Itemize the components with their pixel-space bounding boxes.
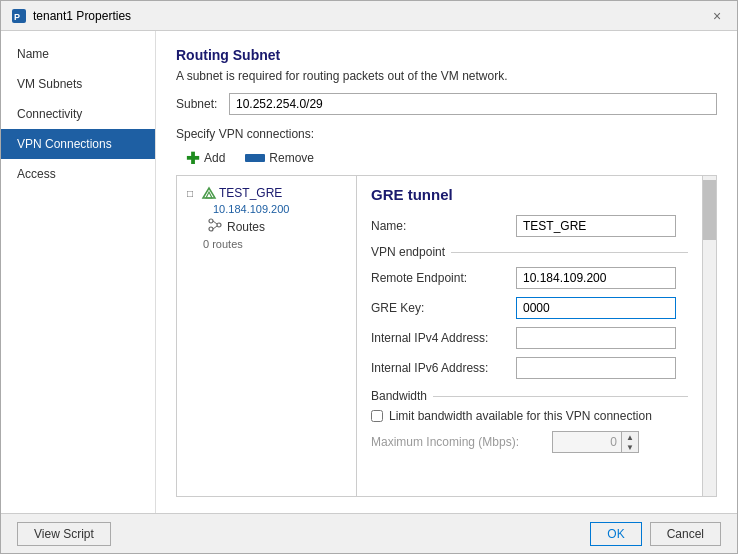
title-bar-left: P tenant1 Properties [11, 8, 131, 24]
routes-icon [207, 217, 223, 236]
sidebar-item-name[interactable]: Name [1, 39, 155, 69]
ipv4-input[interactable] [516, 327, 676, 349]
max-incoming-spinner: ▲ ▼ [552, 431, 639, 453]
vpn-endpoint-separator: VPN endpoint [371, 245, 688, 259]
svg-point-6 [209, 227, 213, 231]
name-label: Name: [371, 219, 516, 233]
section-desc: A subnet is required for routing packets… [176, 69, 717, 83]
view-script-button[interactable]: View Script [17, 522, 111, 546]
vpn-area: □ TEST_GRE 10.184.109.200 [176, 175, 717, 497]
gre-icon [201, 185, 217, 201]
footer-left: View Script [17, 522, 111, 546]
footer: View Script OK Cancel [1, 513, 737, 553]
window-title: tenant1 Properties [33, 9, 131, 23]
footer-right: OK Cancel [590, 522, 721, 546]
name-input[interactable] [516, 215, 676, 237]
svg-point-4 [209, 219, 213, 223]
name-row: Name: [371, 215, 688, 237]
sidebar-item-vm-subnets[interactable]: VM Subnets [1, 69, 155, 99]
vpn-endpoint-line [451, 252, 688, 253]
main-panel: Routing Subnet A subnet is required for … [156, 31, 737, 513]
spinner-down-button[interactable]: ▼ [622, 442, 638, 452]
max-incoming-label: Maximum Incoming (Mbps): [371, 435, 546, 449]
vpn-node-name: TEST_GRE [219, 186, 282, 200]
remote-endpoint-row: Remote Endpoint: [371, 267, 688, 289]
window: P tenant1 Properties × Name VM Subnets C… [0, 0, 738, 554]
remote-endpoint-label: Remote Endpoint: [371, 271, 516, 285]
bandwidth-title: Bandwidth [371, 389, 427, 403]
subnet-label: Subnet: [176, 97, 221, 111]
ipv4-label: Internal IPv4 Address: [371, 331, 516, 345]
vpn-endpoint-label: VPN endpoint [371, 245, 445, 259]
routes-node[interactable]: Routes [183, 215, 350, 238]
limit-bandwidth-label: Limit bandwidth available for this VPN c… [389, 409, 652, 423]
vpn-detail: GRE tunnel Name: VPN endpoint Remote End… [357, 176, 702, 496]
section-title: Routing Subnet [176, 47, 717, 63]
routes-count: 0 routes [183, 238, 350, 250]
remote-endpoint-input[interactable] [516, 267, 676, 289]
title-bar: P tenant1 Properties × [1, 1, 737, 31]
expand-icon: □ [187, 188, 199, 199]
close-button[interactable]: × [707, 6, 727, 26]
sidebar: Name VM Subnets Connectivity VPN Connect… [1, 31, 156, 513]
sidebar-item-connectivity[interactable]: Connectivity [1, 99, 155, 129]
remove-icon [245, 154, 265, 162]
svg-line-7 [213, 221, 217, 224]
gre-key-label: GRE Key: [371, 301, 516, 315]
routes-label: Routes [227, 220, 265, 234]
cancel-button[interactable]: Cancel [650, 522, 721, 546]
vpn-node-ip: 10.184.109.200 [183, 203, 350, 215]
svg-text:P: P [14, 12, 20, 22]
ok-button[interactable]: OK [590, 522, 641, 546]
detail-scrollbar[interactable] [702, 176, 716, 496]
gre-key-row: GRE Key: [371, 297, 688, 319]
max-incoming-row: Maximum Incoming (Mbps): ▲ ▼ [371, 431, 688, 453]
spinner-buttons: ▲ ▼ [622, 431, 639, 453]
svg-point-5 [217, 223, 221, 227]
ipv4-row: Internal IPv4 Address: [371, 327, 688, 349]
subnet-row: Subnet: [176, 93, 717, 115]
limit-bandwidth-checkbox[interactable] [371, 410, 383, 422]
window-icon: P [11, 8, 27, 24]
scrollbar-thumb [703, 180, 716, 240]
remove-label: Remove [269, 151, 314, 165]
svg-line-8 [213, 226, 217, 229]
detail-title: GRE tunnel [371, 186, 688, 203]
bandwidth-line [433, 396, 688, 397]
vpn-tree: □ TEST_GRE 10.184.109.200 [177, 176, 357, 496]
add-label: Add [204, 151, 225, 165]
spinner-up-button[interactable]: ▲ [622, 432, 638, 442]
remove-button[interactable]: Remove [237, 148, 322, 168]
add-button[interactable]: ✚ Add [176, 147, 233, 169]
subnet-input[interactable] [229, 93, 717, 115]
tree-node-header[interactable]: □ TEST_GRE [183, 183, 350, 203]
sidebar-item-access[interactable]: Access [1, 159, 155, 189]
content-area: Name VM Subnets Connectivity VPN Connect… [1, 31, 737, 513]
add-icon: ✚ [184, 150, 200, 166]
limit-bandwidth-row: Limit bandwidth available for this VPN c… [371, 409, 688, 423]
sidebar-item-vpn-connections[interactable]: VPN Connections [1, 129, 155, 159]
bandwidth-separator: Bandwidth [371, 389, 688, 403]
toolbar: ✚ Add Remove [176, 147, 717, 169]
ipv6-row: Internal IPv6 Address: [371, 357, 688, 379]
vpn-connections-label: Specify VPN connections: [176, 127, 717, 141]
ipv6-input[interactable] [516, 357, 676, 379]
gre-key-input[interactable] [516, 297, 676, 319]
tree-node-test-gre: □ TEST_GRE 10.184.109.200 [177, 180, 356, 253]
ipv6-label: Internal IPv6 Address: [371, 361, 516, 375]
max-incoming-input[interactable] [552, 431, 622, 453]
